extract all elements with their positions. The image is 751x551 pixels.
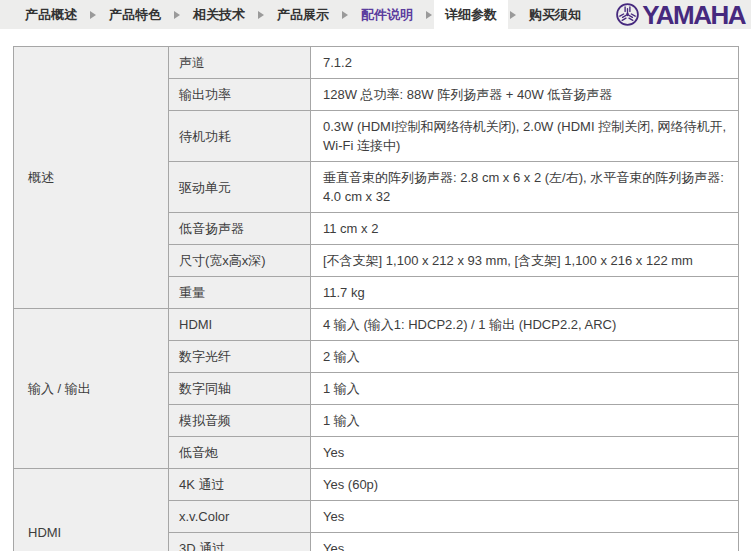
nav-arrow-icon [342,11,348,19]
nav-item-1[interactable]: 产品概述 [14,0,88,29]
spec-value-cell: 11.7 kg [311,277,739,309]
nav-item-6[interactable]: 详细参数 [434,0,508,29]
nav-item-7[interactable]: 购买须知 [518,0,592,29]
nav-arrow-icon [510,11,516,19]
nav-arrow-icon [258,11,264,19]
spec-value-cell: 1 输入 [311,405,739,437]
table-row: 概述声道7.1.2 [14,47,739,79]
spec-label-cell: 3D 通过 [169,533,311,551]
spec-value-cell: 4 输入 (输入1: HDCP2.2) / 1 输出 (HDCP2.2, ARC… [311,309,739,341]
spec-value-cell: [不含支架] 1,100 x 212 x 93 mm, [含支架] 1,100 … [311,245,739,277]
spec-label-cell: 声道 [169,47,311,79]
nav-item-2[interactable]: 产品特色 [98,0,172,29]
spec-label-cell: 数字光纤 [169,341,311,373]
nav-item-3[interactable]: 相关技术 [182,0,256,29]
nav-item-5[interactable]: 配件说明 [350,0,424,29]
nav-arrow-icon [174,11,180,19]
spec-value-cell: Yes (60p) [311,469,739,501]
table-row: 输入 / 输出HDMI4 输入 (输入1: HDCP2.2) / 1 输出 (H… [14,309,739,341]
spec-value-cell: Yes [311,533,739,551]
spec-value-cell: 128W 总功率: 88W 阵列扬声器 + 40W 低音扬声器 [311,79,739,111]
spec-value-cell: 垂直音束的阵列扬声器: 2.8 cm x 6 x 2 (左/右), 水平音束的阵… [311,162,739,213]
table-row: HDMI4K 通过Yes (60p) [14,469,739,501]
spec-value-cell: 1 输入 [311,373,739,405]
yamaha-logo: YAMAHA [615,0,751,29]
product-spec-page: 产品概述产品特色相关技术产品展示配件说明详细参数购买须知 YAMAHA 概述声道… [0,0,751,551]
spec-label-cell: x.v.Color [169,501,311,533]
spec-value-cell: Yes [311,437,739,469]
spec-value-cell: 2 输入 [311,341,739,373]
spec-label-cell: 输出功率 [169,79,311,111]
spec-label-cell: 低音扬声器 [169,213,311,245]
yamaha-tuning-fork-icon [615,2,640,27]
spec-value-cell: 11 cm x 2 [311,213,739,245]
nav-item-4[interactable]: 产品展示 [266,0,340,29]
nav-arrow-icon [90,11,96,19]
spec-value-cell: 0.3W (HDMI控制和网络待机关闭), 2.0W (HDMI 控制关闭, 网… [311,111,739,162]
spec-label-cell: 数字同轴 [169,373,311,405]
category-cell: HDMI [14,469,169,551]
spec-table: 概述声道7.1.2输出功率128W 总功率: 88W 阵列扬声器 + 40W 低… [13,46,739,551]
spec-value-cell: 7.1.2 [311,47,739,79]
spec-label-cell: HDMI [169,309,311,341]
spec-label-cell: 4K 通过 [169,469,311,501]
yamaha-wordmark: YAMAHA [642,1,745,28]
spec-label-cell: 模拟音频 [169,405,311,437]
nav-arrow-icon [426,11,432,19]
spec-label-cell: 驱动单元 [169,162,311,213]
spec-label-cell: 重量 [169,277,311,309]
spec-value-cell: Yes [311,501,739,533]
nav-items: 产品概述产品特色相关技术产品展示配件说明详细参数购买须知 [0,0,592,29]
spec-label-cell: 待机功耗 [169,111,311,162]
category-cell: 输入 / 输出 [14,309,169,469]
spec-label-cell: 低音炮 [169,437,311,469]
spec-table-body: 概述声道7.1.2输出功率128W 总功率: 88W 阵列扬声器 + 40W 低… [14,47,739,551]
category-cell: 概述 [14,47,169,309]
section-navbar: 产品概述产品特色相关技术产品展示配件说明详细参数购买须知 YAMAHA [0,0,751,29]
spec-label-cell: 尺寸(宽x高x深) [169,245,311,277]
